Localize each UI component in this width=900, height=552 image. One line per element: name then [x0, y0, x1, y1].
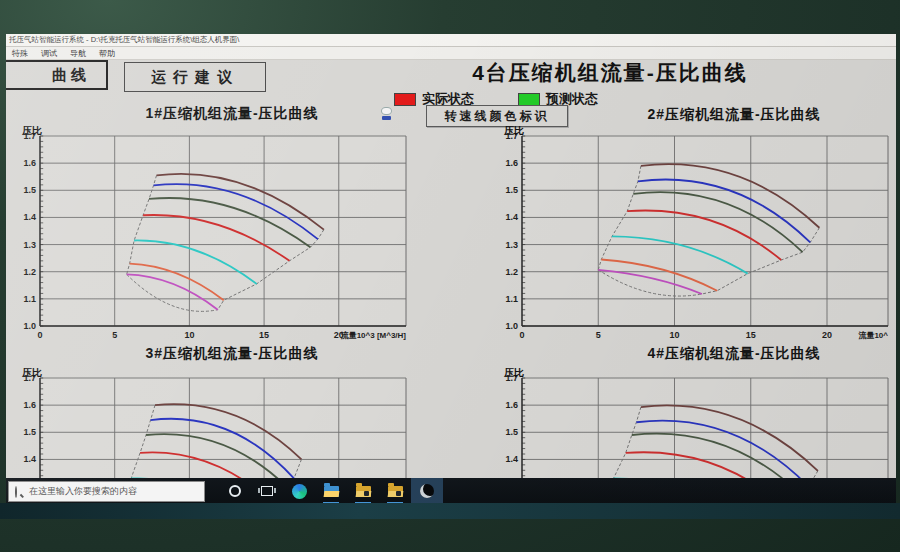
curve-button[interactable]: 曲线	[6, 60, 108, 90]
svg-text:1.3: 1.3	[23, 240, 36, 250]
svg-text:1.4: 1.4	[23, 212, 36, 222]
svg-text:1.5: 1.5	[23, 427, 36, 437]
svg-text:1.4: 1.4	[505, 454, 518, 464]
active-app-icon	[420, 484, 434, 498]
svg-text:1.1: 1.1	[23, 294, 36, 304]
app-folder-button-2[interactable]	[379, 478, 411, 504]
cortana-button[interactable]	[219, 478, 251, 504]
window-title: 托压气站智能运行系统 - D:\托克托压气站智能运行系统\组态人机界面\	[9, 35, 239, 45]
svg-text:1.6: 1.6	[23, 400, 36, 410]
chart1-compressor-map: 1.01.11.21.31.41.51.61.705101520压比流量10^3…	[14, 126, 466, 340]
task-view-button[interactable]	[251, 478, 283, 504]
svg-text:10: 10	[669, 330, 679, 340]
svg-text:1.2: 1.2	[23, 267, 36, 277]
busy-cursor-icon	[381, 107, 392, 121]
svg-text:1.6: 1.6	[505, 158, 518, 168]
menu-item-debug[interactable]: 调试	[41, 48, 57, 59]
svg-text:0: 0	[37, 330, 42, 340]
edge-icon	[292, 484, 307, 499]
chart2-title: 2#压缩机组流量-压比曲线	[536, 106, 896, 124]
active-app-button[interactable]	[411, 478, 443, 504]
taskbar-search-input[interactable]: 在这里输入你要搜索的内容	[8, 481, 205, 502]
monitor-screen: 托压气站智能运行系统 - D:\托克托压气站智能运行系统\组态人机界面\ 特殊 …	[6, 34, 896, 504]
chart3-title: 3#压缩机组流量-压比曲线	[6, 345, 458, 363]
svg-text:流量10^: 流量10^	[857, 330, 888, 340]
svg-text:15: 15	[259, 330, 269, 340]
svg-text:1.1: 1.1	[505, 294, 518, 304]
chart4-title: 4#压缩机组流量-压比曲线	[536, 345, 896, 363]
svg-text:1.5: 1.5	[505, 427, 518, 437]
svg-text:5: 5	[596, 330, 601, 340]
svg-text:压比: 压比	[21, 126, 42, 136]
menu-item-help[interactable]: 帮助	[99, 48, 115, 59]
search-placeholder: 在这里输入你要搜索的内容	[29, 485, 137, 498]
svg-text:20: 20	[822, 330, 832, 340]
svg-text:1.6: 1.6	[23, 158, 36, 168]
cortana-icon	[229, 485, 241, 497]
windows-taskbar: 在这里输入你要搜索的内容	[6, 478, 896, 504]
file-explorer-button[interactable]	[315, 478, 347, 504]
edge-button[interactable]	[283, 478, 315, 504]
page-title: 4台压缩机组流量-压比曲线	[350, 59, 870, 87]
svg-text:压比: 压比	[503, 368, 524, 378]
svg-text:1.2: 1.2	[505, 267, 518, 277]
svg-text:1.4: 1.4	[505, 212, 518, 222]
svg-text:1.3: 1.3	[505, 240, 518, 250]
svg-text:压比: 压比	[503, 126, 524, 136]
menu-item-navigate[interactable]: 导航	[70, 48, 86, 59]
app-folder-icon	[356, 486, 371, 497]
svg-text:1.4: 1.4	[23, 454, 36, 464]
svg-text:10: 10	[184, 330, 194, 340]
svg-text:0: 0	[519, 330, 524, 340]
app-folder-button-1[interactable]	[347, 478, 379, 504]
task-view-icon	[261, 486, 273, 496]
window-title-bar: 托压气站智能运行系统 - D:\托克托压气站智能运行系统\组态人机界面\	[6, 34, 896, 47]
menu-item-special[interactable]: 特殊	[12, 48, 28, 59]
operation-advice-button[interactable]: 运行建议	[124, 62, 266, 92]
actual-state-swatch	[394, 93, 416, 106]
svg-text:1.5: 1.5	[505, 185, 518, 195]
app-folder-icon	[388, 486, 403, 497]
photo-of-monitor: { "window": { "title": "托压气站智能运行系统 - D:\…	[0, 0, 900, 552]
file-explorer-icon	[324, 486, 339, 497]
predicted-state-swatch	[518, 93, 540, 106]
svg-text:1.0: 1.0	[23, 321, 36, 331]
chart2-compressor-map: 1.01.11.21.31.41.51.61.705101520压比流量10^	[492, 126, 896, 340]
svg-text:1.0: 1.0	[505, 321, 518, 331]
svg-text:压比: 压比	[21, 368, 42, 378]
monitor-bezel	[0, 503, 900, 519]
svg-text:流量10^3 [M^3/H]: 流量10^3 [M^3/H]	[340, 330, 407, 340]
search-icon	[15, 487, 23, 495]
svg-text:5: 5	[112, 330, 117, 340]
svg-text:1.6: 1.6	[505, 400, 518, 410]
svg-text:1.5: 1.5	[23, 185, 36, 195]
svg-text:15: 15	[746, 330, 756, 340]
